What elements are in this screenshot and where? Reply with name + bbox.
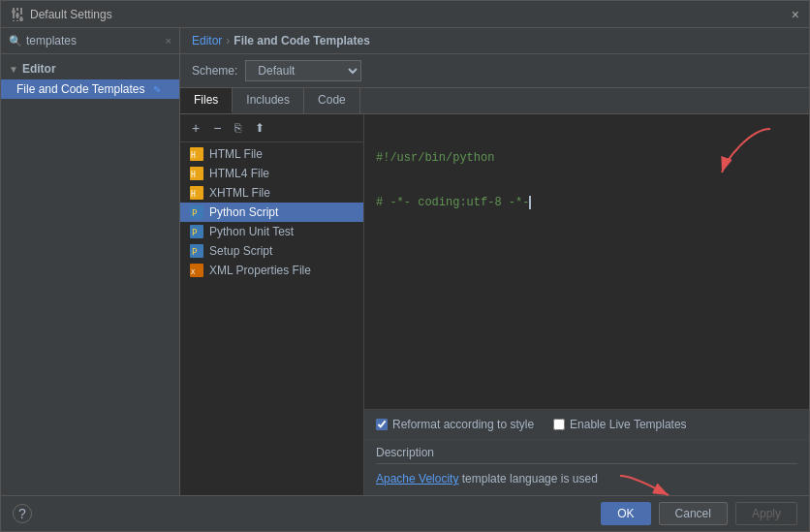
template-list: H HTML File H HTML4 File	[180, 142, 363, 282]
code-line-1: #!/usr/bin/python	[376, 149, 797, 167]
list-item-label: HTML File	[209, 147, 263, 161]
live-templates-label: Enable Live Templates	[570, 418, 687, 431]
editor-toolbar: + − ⎘ ⬆	[180, 114, 363, 142]
svg-text:P: P	[192, 208, 198, 218]
help-button[interactable]: ?	[13, 504, 32, 523]
svg-text:P: P	[192, 247, 198, 257]
modified-icon: ✎	[153, 84, 161, 95]
live-templates-checkbox[interactable]	[553, 419, 565, 430]
list-item-label: Setup Script	[209, 244, 272, 258]
python-script-icon: P	[190, 205, 203, 219]
scheme-bar: Scheme: Default Project	[180, 54, 809, 88]
coding-line: # -*- coding:utf-8 -*-	[376, 194, 529, 211]
tree-arrow-icon: ▼	[9, 64, 18, 75]
editor-label: Editor	[22, 62, 56, 76]
sidebar: 🔍 × ▼ Editor File and Code Templates ✎	[1, 28, 180, 495]
search-icon: 🔍	[9, 35, 22, 47]
window-title: Default Settings	[30, 8, 112, 21]
list-item-label: Python Unit Test	[209, 225, 294, 238]
html-file-icon: H	[190, 147, 203, 161]
xhtml-file-icon: H	[190, 186, 203, 200]
live-templates-checkbox-label[interactable]: Enable Live Templates	[553, 418, 687, 431]
editor-tree-group[interactable]: ▼ Editor	[1, 58, 179, 79]
svg-point-8	[19, 17, 23, 21]
shebang-line: #!/usr/bin/python	[376, 149, 494, 167]
breadcrumb: Editor › File and Code Templates	[180, 28, 809, 54]
breadcrumb-separator: ›	[226, 34, 230, 47]
search-bar: 🔍 ×	[1, 28, 179, 54]
list-item[interactable]: H HTML4 File	[180, 164, 363, 183]
tab-includes[interactable]: Includes	[233, 88, 304, 113]
list-item-label: XHTML File	[209, 186, 270, 200]
tab-code[interactable]: Code	[304, 88, 360, 113]
sidebar-item-file-and-code-templates[interactable]: File and Code Templates ✎	[1, 79, 179, 99]
editor-split: + − ⎘ ⬆ H HTML File	[180, 114, 809, 495]
tab-files[interactable]: Files	[180, 88, 233, 113]
svg-text:H: H	[191, 171, 196, 179]
reformat-checkbox[interactable]	[376, 419, 388, 430]
description-divider	[376, 463, 797, 464]
apply-button[interactable]: Apply	[735, 502, 797, 525]
options-bar: Reformat according to style Enable Live …	[364, 409, 809, 439]
description-label: Description	[376, 446, 797, 459]
breadcrumb-editor-link[interactable]: Editor	[192, 34, 222, 47]
tabs-bar: Files Includes Code	[180, 88, 809, 114]
add-template-button[interactable]: +	[188, 118, 203, 138]
code-editor[interactable]: #!/usr/bin/python # -*- coding:utf-8 -*-	[364, 114, 809, 409]
scheme-select[interactable]: Default Project	[245, 60, 361, 81]
import-template-button[interactable]: ⬆	[251, 119, 268, 137]
list-item[interactable]: P Python Unit Test	[180, 222, 363, 241]
reformat-checkbox-label[interactable]: Reformat according to style	[376, 418, 534, 431]
setup-script-icon: P	[190, 244, 203, 258]
svg-point-7	[16, 14, 19, 17]
code-editor-area: #!/usr/bin/python # -*- coding:utf-8 -*-	[364, 114, 809, 495]
copy-template-button[interactable]: ⎘	[231, 119, 245, 137]
list-item-label: Python Script	[209, 205, 278, 219]
description-section: Description Apache Velocity template lan…	[364, 439, 809, 495]
text-cursor	[529, 196, 531, 209]
list-item[interactable]: H XHTML File	[180, 183, 363, 203]
template-list-panel: + − ⎘ ⬆ H HTML File	[180, 114, 364, 495]
list-item[interactable]: P Python Script	[180, 203, 363, 222]
content-area: 🔍 × ▼ Editor File and Code Templates ✎	[1, 28, 809, 495]
svg-text:P: P	[192, 228, 198, 237]
description-suffix: template language is used	[458, 472, 597, 485]
sidebar-item-label: File and Code Templates	[16, 82, 145, 96]
svg-point-6	[12, 10, 16, 14]
bottom-bar: ? OK Cancel Apply	[1, 495, 809, 531]
title-bar-left: Default Settings	[11, 8, 112, 21]
svg-text:H: H	[191, 151, 196, 160]
main-panel: Editor › File and Code Templates Scheme:…	[180, 28, 809, 495]
scheme-label: Scheme:	[192, 64, 237, 78]
code-line-2: # -*- coding:utf-8 -*-	[376, 194, 797, 211]
remove-template-button[interactable]: −	[209, 118, 225, 138]
close-button[interactable]: ×	[792, 8, 799, 21]
sidebar-tree: ▼ Editor File and Code Templates ✎	[1, 54, 179, 495]
ok-button[interactable]: OK	[601, 502, 650, 525]
python-unit-test-icon: P	[190, 225, 203, 238]
list-item[interactable]: X XML Properties File	[180, 261, 363, 280]
cancel-button[interactable]: Cancel	[659, 502, 728, 525]
svg-rect-5	[11, 18, 18, 20]
action-buttons: OK Cancel Apply	[601, 502, 797, 525]
reformat-label: Reformat according to style	[392, 418, 534, 431]
svg-text:H: H	[191, 190, 196, 199]
html4-file-icon: H	[190, 167, 203, 180]
main-window: Default Settings × 🔍 × ▼ Editor File and…	[0, 0, 810, 532]
title-bar: Default Settings ×	[1, 1, 809, 28]
xml-properties-icon: X	[190, 264, 203, 277]
list-item[interactable]: H HTML File	[180, 144, 363, 164]
list-item-label: XML Properties File	[209, 264, 311, 277]
list-item[interactable]: P Setup Script	[180, 241, 363, 261]
description-text: Apache Velocity template language is use…	[376, 470, 797, 487]
breadcrumb-current: File and Code Templates	[234, 34, 369, 47]
settings-icon	[11, 8, 24, 21]
search-clear-button[interactable]: ×	[166, 35, 171, 47]
apache-velocity-link[interactable]: Apache Velocity	[376, 472, 458, 485]
list-item-label: HTML4 File	[209, 167, 269, 180]
search-input[interactable]	[26, 34, 162, 47]
